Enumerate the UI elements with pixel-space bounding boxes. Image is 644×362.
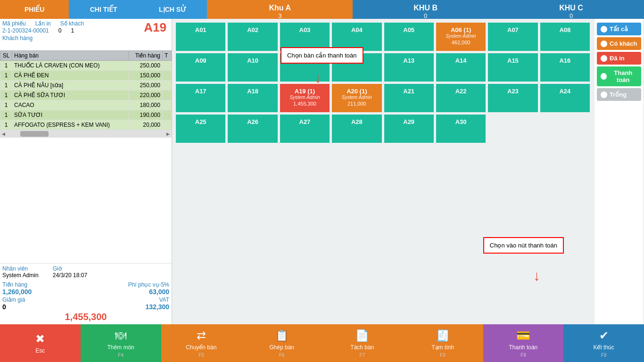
table-cell[interactable]: A27 [280, 115, 330, 143]
table-cell[interactable]: A05 [384, 23, 434, 51]
table-cell[interactable]: A17 [176, 84, 225, 112]
status-dot [601, 26, 607, 33]
order-qty: 1 [0, 61, 12, 71]
table-cell[interactable]: A23 [488, 84, 537, 112]
status-label: Thanh toán [609, 69, 637, 83]
tab-phieu[interactable]: PHIẾU [0, 0, 69, 19]
cell-id: A13 [403, 57, 414, 64]
pay-button[interactable]: 💳 Thanh toán F8 [483, 324, 564, 362]
col-t: T [162, 51, 171, 61]
bottom-toolbar: ✖ Esc 🍽 Thêm món F4 ⇄ Chuyển bàn F5 📋 Gh… [0, 324, 644, 362]
horizontal-scrollbar[interactable]: ◄ ► [0, 130, 172, 138]
table-cell[interactable]: A26 [228, 115, 277, 143]
status-filter-btn-tất-cả[interactable]: Tất cả [597, 23, 641, 35]
order-t [162, 81, 171, 90]
nhan-vien-value: System Admin [2, 272, 39, 279]
table-label: A19 [144, 20, 166, 35]
table-cell[interactable]: A20 (1)System Admin211,000 [332, 84, 381, 112]
table-cell[interactable]: A18 [228, 84, 277, 112]
giam-gia-value: 0 [2, 303, 25, 311]
cell-id: A01 [195, 26, 206, 33]
add-button[interactable]: 🍽 Thêm món F4 [81, 324, 161, 362]
table-cell[interactable]: A24 [540, 84, 590, 112]
lan-in-value: 0 [58, 27, 62, 34]
table-cell[interactable]: A29 [384, 115, 434, 143]
cell-id: A08 [559, 26, 570, 33]
split-button[interactable]: 📄 Tách bàn F7 [322, 324, 403, 362]
merge-button[interactable]: 📋 Ghép bàn F6 [241, 324, 322, 362]
order-row: 1 CÀ PHÊ NÂU [sữa] 250,000 [0, 81, 172, 90]
cell-id: A10 [247, 57, 258, 64]
table-cell[interactable]: A07 [488, 23, 537, 51]
giam-gia-label: Giảm giá [2, 296, 25, 303]
khu-tab-a[interactable]: Khu A 3 [207, 0, 353, 19]
done-button[interactable]: ✔ Kết thúc F8 [563, 324, 644, 362]
estimate-label: Tạm tính [431, 344, 454, 351]
cell-id: A03 [299, 26, 311, 33]
tab-lichsu[interactable]: LỊCH SỬ [138, 0, 207, 19]
col-tien-hang: Tiền hàng [128, 51, 162, 61]
order-name: AFFOGATO (ESPRESS + KEM VANI) [12, 120, 129, 130]
estimate-shortcut: F9 [440, 353, 446, 358]
total-value: 1,455,300 [2, 312, 169, 322]
order-price: 250,000 [128, 61, 162, 71]
tien-hang-label: Tiền hàng [2, 281, 32, 288]
table-cell[interactable]: A02 [228, 23, 277, 51]
cell-amount: 211,000 [347, 101, 366, 107]
status-filter-btn-thanh-toán[interactable]: Thanh toán [597, 66, 641, 86]
table-cell[interactable]: A06 (1)System Admin462,000 [436, 23, 486, 51]
order-table-container: SL Hàng bán Tiền hàng T 1 THUỐC LÁ CRAVE… [0, 50, 172, 263]
table-cell[interactable]: A14 [436, 53, 486, 82]
order-t [162, 120, 171, 130]
col-hang-ban: Hàng bán [12, 51, 129, 61]
table-cell[interactable]: A03 [280, 23, 330, 51]
cell-id: A24 [559, 88, 570, 95]
table-cell[interactable]: A01 [176, 23, 225, 51]
order-name: CÀ PHÊ SỮA TƯƠI [12, 90, 129, 100]
khu-tab-b[interactable]: KHU B 0 [353, 0, 498, 19]
khu-c-count: 0 [502, 12, 640, 19]
order-price: 180,000 [128, 100, 162, 110]
cell-id: A15 [507, 57, 519, 64]
estimate-button[interactable]: 🧾 Tạm tính F9 [403, 324, 483, 362]
tab-chitiet[interactable]: CHI TIẾT [69, 0, 138, 19]
order-name: CÀ PHÊ NÂU [sữa] [12, 81, 129, 90]
split-label: Tách bàn [350, 344, 374, 351]
transfer-icon: ⇄ [197, 329, 206, 342]
table-cell[interactable]: A09 [176, 53, 225, 82]
order-row: 1 CÀ PHÊ SỮA TƯƠI 220,000 [0, 90, 172, 100]
khu-tab-c[interactable]: KHU C 0 [498, 0, 644, 19]
table-cell[interactable]: A25 [176, 115, 225, 143]
table-cell[interactable]: A08 [540, 23, 590, 51]
vat-label: VAT [145, 296, 169, 303]
table-cell[interactable]: A30 [436, 115, 486, 143]
order-qty: 1 [0, 110, 12, 120]
merge-shortcut: F6 [279, 353, 285, 358]
transfer-button[interactable]: ⇄ Chuyển bàn F5 [161, 324, 242, 362]
table-cell[interactable]: A21 [384, 84, 434, 112]
back-button[interactable]: ✖ Esc [0, 324, 81, 362]
status-filter-btn-có-khách[interactable]: Có khách [597, 37, 641, 50]
table-cell[interactable]: A19 (1)System Admin1,455,300 [280, 84, 330, 112]
cell-amount: 1,455,300 [293, 101, 316, 107]
status-filter-btn-đã-in[interactable]: Đã in [597, 52, 641, 65]
order-t [162, 61, 171, 71]
table-cell[interactable]: A16 [540, 53, 590, 82]
cell-id: A18 [247, 88, 258, 95]
table-cell[interactable]: A15 [488, 53, 537, 82]
phi-pv-value: 63,000 [128, 288, 169, 296]
done-shortcut: F8 [601, 353, 607, 358]
table-cell[interactable]: A22 [436, 84, 486, 112]
order-header: Mã phiếu Lần in Số khách 2-1-200324-0000… [0, 19, 172, 50]
table-cell[interactable]: A28 [332, 115, 381, 143]
table-cell[interactable]: A04 [332, 23, 381, 51]
status-filter-btn-trống[interactable]: Trống [597, 88, 641, 101]
table-cell[interactable]: A10 [228, 53, 277, 82]
table-cell[interactable]: A13 [384, 53, 434, 82]
cell-id: A21 [403, 88, 414, 95]
order-price: 250,000 [128, 81, 162, 90]
order-qty: 1 [0, 71, 12, 81]
arrow-to-table: ↓ [314, 71, 322, 85]
cell-id: A19 (1) [295, 88, 315, 95]
pay-shortcut: F8 [520, 353, 526, 358]
